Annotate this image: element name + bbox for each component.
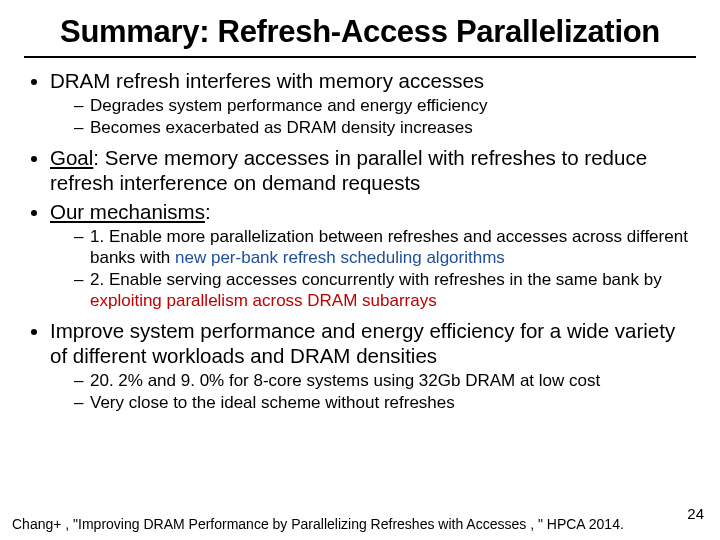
page-number: 24 (687, 505, 704, 522)
slide: Summary: Refresh-Access Parallelization … (0, 0, 720, 540)
sub-degrades: Degrades system performance and energy e… (74, 95, 696, 116)
sub-result-1: 20. 2% and 9. 0% for 8-core systems usin… (74, 370, 696, 391)
bullet-goal: Goal: Serve memory accesses in parallel … (50, 145, 696, 195)
bullet-list: DRAM refresh interferes with memory acce… (24, 68, 696, 413)
sub-list: 20. 2% and 9. 0% for 8-core systems usin… (50, 370, 696, 414)
bullet-dram-refresh: DRAM refresh interferes with memory acce… (50, 68, 696, 139)
title-underline (24, 56, 696, 58)
bullet-improve: Improve system performance and energy ef… (50, 318, 696, 414)
sub-exacerbated: Becomes exacerbated as DRAM density incr… (74, 117, 696, 138)
mechanisms-colon: : (205, 200, 211, 223)
sub-mech-2: 2. Enable serving accesses concurrently … (74, 269, 696, 312)
bullet-text: DRAM refresh interferes with memory acce… (50, 69, 484, 92)
mechanisms-label: Our mechanisms (50, 200, 205, 223)
sub-list: Degrades system performance and energy e… (50, 95, 696, 139)
bullet-mechanisms: Our mechanisms: 1. Enable more paralleli… (50, 199, 696, 312)
goal-text: : Serve memory accesses in parallel with… (50, 146, 647, 194)
slide-title: Summary: Refresh-Access Parallelization (24, 14, 696, 50)
sub-list: 1. Enable more parallelization between r… (50, 226, 696, 312)
mech2-highlight: exploiting parallelism across DRAM subar… (90, 291, 437, 310)
sub-result-2: Very close to the ideal scheme without r… (74, 392, 696, 413)
improve-text: Improve system performance and energy ef… (50, 319, 675, 367)
citation-footer: Chang+ , "Improving DRAM Performance by … (12, 517, 680, 532)
sub-mech-1: 1. Enable more parallelization between r… (74, 226, 696, 269)
mech2-text: 2. Enable serving accesses concurrently … (90, 270, 662, 289)
goal-label: Goal (50, 146, 93, 169)
mech1-highlight: new per-bank refresh scheduling algorith… (175, 248, 505, 267)
